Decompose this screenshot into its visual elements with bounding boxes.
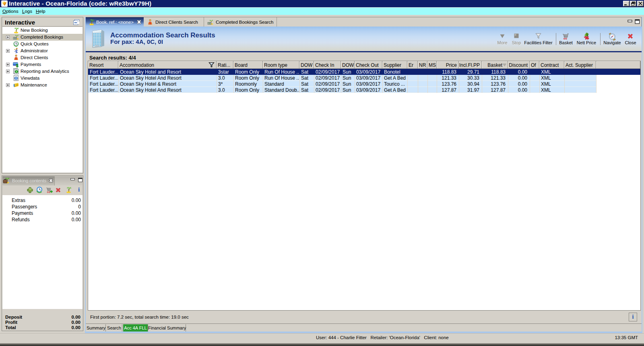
svg-text:$: $ xyxy=(16,63,19,68)
svg-text:i: i xyxy=(78,186,80,193)
